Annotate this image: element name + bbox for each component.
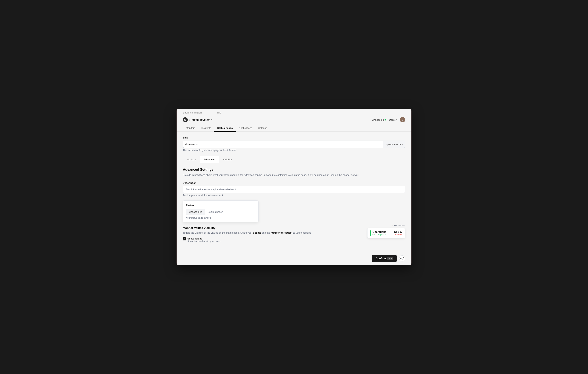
tab-notifications[interactable]: Notifications	[236, 125, 255, 132]
slug-suffix: .openstatus.dev	[383, 140, 405, 148]
slug-section: Slug .openstatus.dev The subdomain for y…	[183, 136, 405, 151]
favicon-title: Favicon	[186, 204, 255, 206]
hover-card-failed: 31 failed	[394, 233, 402, 235]
advanced-settings-title: Advanced Settings	[183, 168, 405, 172]
green-status-bar	[370, 230, 371, 236]
tab-incidents[interactable]: Incidents	[198, 125, 214, 132]
basic-info-label: Basic information	[183, 111, 202, 114]
confirm-label: Confirm	[376, 257, 386, 260]
main-tabs: Monitors Incidents Status Pages Notifica…	[183, 125, 405, 131]
avatar-initials: U	[402, 118, 403, 121]
description-field-label: Description	[183, 182, 405, 184]
confirm-button[interactable]: Confirm ⌘S	[372, 255, 397, 262]
slug-hint: The subdomain for your status page. At l…	[183, 149, 405, 151]
avatar[interactable]: U	[400, 117, 405, 122]
tab-status-pages[interactable]: Status Pages	[214, 125, 236, 132]
changelog-label: Changelog	[372, 118, 384, 121]
hover-state-label: Hover State	[394, 224, 405, 227]
chevron-down-icon[interactable]: ▾	[211, 118, 212, 121]
description-input[interactable]	[183, 186, 405, 193]
inner-tab-visibility[interactable]: Visibility	[219, 156, 236, 163]
hover-state-card: ▷ Hover State Operational 5600 requests	[367, 224, 405, 238]
advanced-settings-description: Provide informations about what your sta…	[183, 173, 405, 177]
checkbox-label: Show values	[187, 237, 221, 240]
inner-tab-advanced[interactable]: Advanced	[200, 156, 219, 163]
project-name[interactable]: moldy-joystick	[191, 118, 210, 121]
docs-link[interactable]: Docs ↗	[389, 118, 397, 121]
hover-card-status: Operational	[372, 230, 387, 234]
title-label: Title	[217, 111, 221, 114]
slug-input[interactable]	[183, 140, 383, 148]
tab-monitors[interactable]: Monitors	[183, 125, 198, 132]
inner-tabs: Monitors Advanced Visibility	[183, 156, 405, 163]
hover-card-date: Nov 22	[394, 230, 402, 233]
file-input-row: Choose File No file chosen	[186, 209, 255, 215]
breadcrumb-slash: /	[189, 118, 190, 121]
hover-card-requests: 5600 requests	[372, 234, 387, 236]
external-link-icon: ↗	[395, 119, 397, 121]
show-values-checkbox[interactable]	[183, 237, 186, 240]
inner-tab-monitors[interactable]: Monitors	[183, 156, 200, 163]
chat-icon-glyph: 💬	[400, 257, 404, 260]
changelog-dot	[385, 119, 386, 120]
checkbox-sublabel: Share the numbers to your users.	[187, 240, 221, 243]
tab-settings[interactable]: Settings	[255, 125, 270, 132]
favicon-section: Favicon Choose File No file chosen Your …	[183, 201, 259, 223]
hover-card-inner: Operational 5600 requests Nov 22 31 fail…	[368, 228, 405, 238]
hover-card-box: Operational 5600 requests Nov 22 31 fail…	[367, 228, 405, 238]
changelog-link[interactable]: Changelog	[372, 118, 386, 121]
favicon-hint: Your status page favicon	[186, 216, 255, 219]
slug-label: Slug	[183, 136, 405, 139]
bottom-bar: Confirm ⌘S 💬	[177, 252, 411, 265]
choose-file-button[interactable]: Choose File	[186, 209, 205, 215]
confirm-shortcut: ⌘S	[387, 257, 393, 260]
no-file-text: No file chosen	[205, 209, 226, 215]
hover-state-pointer-icon: ▷	[392, 224, 393, 227]
docs-label: Docs	[389, 118, 395, 121]
chat-icon[interactable]: 💬	[399, 255, 405, 261]
description-hint: Provide your users informations about it…	[183, 194, 405, 197]
brand-logo[interactable]	[183, 117, 188, 122]
